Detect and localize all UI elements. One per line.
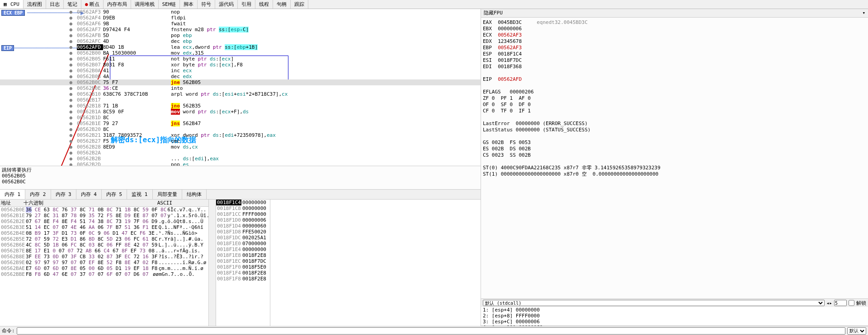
stack-row[interactable]: 0018F1E400000000 <box>216 247 270 252</box>
disasm-row[interactable]: 00562AF6 9Bfwait <box>0 21 481 27</box>
disasm-row[interactable]: 00562B1E 79 27jns 562B47 <box>0 121 481 126</box>
callconv-select[interactable]: 默认 (stdcall) <box>483 300 825 306</box>
hex-scrollbar[interactable] <box>208 200 216 326</box>
stack-row[interactable]: 0018F1CCFFFF0000 <box>216 211 270 217</box>
disasm-row[interactable]: 00562B05 F611not byte ptr ds:[ecx] <box>0 56 481 62</box>
disasm-row[interactable]: 00562B0A 41inc ecx <box>0 68 481 74</box>
tab-cpu[interactable]: ▦CPU <box>0 0 24 9</box>
hex-row[interactable]: 00562B9E02 97 97 97 97 07 07 EF 8E 52 F8… <box>0 260 208 265</box>
tab-callstack[interactable]: 调用堆栈 <box>131 0 159 9</box>
callconv-arg[interactable]: 3: [esp+C] 00000006 <box>483 319 866 325</box>
reg-ebp[interactable]: EBP 00562AF3 <box>483 45 866 51</box>
disasm-row[interactable]: 00562B17 <box>0 97 481 103</box>
stack-row[interactable]: 0018F1D8FFE50020 <box>216 229 270 235</box>
disasm-row[interactable]: 00562AFC 4Ddec ebp <box>0 38 481 44</box>
disasm-row[interactable]: 00562B20 8C <box>0 126 481 132</box>
disasm-row[interactable]: 00562B10 638C76 378C710Barpl word ptr ds… <box>0 91 481 97</box>
disasm-row[interactable]: 00562B07 8031 F8xor byte ptr ds:[ecx],F8 <box>0 62 481 68</box>
stack-row[interactable]: 0018F1E80018F2E8 <box>216 252 270 258</box>
tab-locals[interactable]: 局部变量 <box>153 190 182 199</box>
stack-row[interactable]: 0018F1E007000000 <box>216 241 270 247</box>
disasm-row[interactable]: 00562AFB 5Dpop ebp <box>0 33 481 38</box>
stack-row[interactable]: 0018F1D000000006 <box>216 217 270 223</box>
cmd-mode-select[interactable]: 默认 <box>847 327 866 335</box>
tab-memory-map[interactable]: 内存布局 <box>104 0 131 9</box>
callconv-arg[interactable]: 1: [esp+4] 00000000 <box>483 307 866 313</box>
reg-ebx[interactable]: EBX 00000006 <box>483 26 866 32</box>
tab-mem2[interactable]: 内存 2 <box>25 190 51 199</box>
stack-row[interactable]: 0018F1EC0018F7DC <box>216 258 270 264</box>
disasm-row[interactable]: 00562B27 F5cmc <box>0 138 481 144</box>
tab-mem3[interactable]: 内存 3 <box>51 190 76 199</box>
tab-watch[interactable]: 监视 1 <box>127 190 152 199</box>
reg-edi[interactable]: EDI 0018F368 <box>483 64 866 70</box>
disasm-row[interactable]: 00562B1A 8C59 0Fmov word ptr ds:[ecx+F],… <box>0 109 481 115</box>
tab-struct[interactable]: 结构体 <box>182 190 207 199</box>
stack-row[interactable]: 0018F1F00018F5E0 <box>216 264 270 270</box>
tab-log[interactable]: 日志 <box>46 0 64 9</box>
tab-symbols[interactable]: 符号 <box>198 0 215 9</box>
reg-eax[interactable]: EAX 0045BD3C eqnedt32.0045BD3C <box>483 19 866 26</box>
disasm-row[interactable]: 00562AF7 D97424 F4fnstenv m28 ptr ss:[es… <box>0 27 481 33</box>
tab-mem5[interactable]: 内存 5 <box>102 190 127 199</box>
disasm-row[interactable]: 00562B28 8ED9mov ds,cx <box>0 144 481 150</box>
hex-dump[interactable]: 地址 十六进制 ASCII 00562B0E36 CE 63 8C 76 37 … <box>0 200 208 326</box>
disasm-row[interactable]: 00562B0B 4Adec edx <box>0 74 481 79</box>
callconv-lock-checkbox[interactable] <box>849 300 854 306</box>
tab-handles[interactable]: 句柄 <box>273 0 291 9</box>
disasm-row[interactable]: 00562B0C 75 F7jne 562B05 <box>0 79 481 85</box>
registers-pane[interactable]: 隐藏FPU ▾ EAX 0045BD3C eqnedt32.0045BD3CEB… <box>481 9 868 299</box>
hex-row[interactable]: 00562B5E72 07 59 72 E3 D1 86 8D 8C 5D 23… <box>0 236 208 242</box>
tab-source[interactable]: 源代码 <box>215 0 238 9</box>
tab-seh[interactable]: SEH链 <box>159 0 180 9</box>
stack-row[interactable]: 0018F1DC002025A1 <box>216 235 270 241</box>
disasm-row[interactable]: 00562B21 3187 78093572xor dword ptr ds:[… <box>0 132 481 138</box>
hex-row[interactable]: 00562B0E36 CE 63 8C 76 37 8C 71 0B 8C 71… <box>0 207 208 213</box>
reg-esi[interactable]: ESI 0018F7DC <box>483 57 866 64</box>
disasm-row[interactable]: 00562AF3 90nop <box>0 9 481 15</box>
disasm-row[interactable]: 00562AF4 D9EBfldpi <box>0 15 481 21</box>
stack-row[interactable]: 0018F1C400000000 <box>216 200 270 205</box>
stack-pane[interactable]: 0018F1C4000000000018F1C8000000000018F1CC… <box>216 200 270 326</box>
reg-eip[interactable]: EIP 00562AFD <box>483 76 866 83</box>
disassembly-pane[interactable]: ECX EBP ──────────────▶ EIP ────────────… <box>0 9 481 166</box>
callconv-argcount[interactable] <box>834 300 847 306</box>
stack-row[interactable]: 0018F1C800000000 <box>216 205 270 211</box>
hex-row[interactable]: 00562B1E79 27 8C 31 87 78 09 35 72 F5 8E… <box>0 213 208 219</box>
tab-threads[interactable]: 线程 <box>255 0 273 9</box>
disasm-row[interactable]: 00562AFD 8D4D 1Blea ecx,dword ptr ss:[eb… <box>0 44 481 50</box>
regs-toggle-icon[interactable]: ▾ <box>862 10 865 16</box>
tab-notes[interactable]: 笔记 <box>64 0 81 9</box>
hex-row[interactable]: 00562B3E51 14 EC 07 07 4E 46 AA 06 7F B7… <box>0 224 208 230</box>
tab-trace[interactable]: 跟踪 <box>291 0 308 9</box>
reg-esp[interactable]: ESP 0018F1C4 <box>483 51 866 57</box>
disasm-row[interactable]: 00562B0E 36:CEinto <box>0 85 481 91</box>
reg-ecx[interactable]: ECX 00562AF3 <box>483 32 866 38</box>
tab-mem1[interactable]: 内存 1 <box>0 190 25 199</box>
disasm-row[interactable]: 00562B2D pop es <box>0 162 481 166</box>
hex-row[interactable]: 00562BBEF8 F8 6D 47 6E 07 37 07 07 6F 07… <box>0 271 208 277</box>
hex-row[interactable]: 00562B7E8E 17 E1 0 07 07 72 AB 66 C4 67 … <box>0 248 208 254</box>
cmd-input[interactable] <box>17 327 845 335</box>
disasm-row[interactable]: 00562B00 BA 15030000mov edx,315 <box>0 50 481 56</box>
tab-flowchart[interactable]: 流程图 <box>24 0 46 9</box>
stack-row[interactable]: 0018F1D400000060 <box>216 223 270 229</box>
tab-mem4[interactable]: 内存 4 <box>76 190 102 199</box>
callconv-spin-icon[interactable]: ◂▸ <box>826 300 832 306</box>
callconv-arg[interactable]: 2: [esp+8] FFFF0000 <box>483 313 866 319</box>
hex-row[interactable]: 00562B4E08 B9 17 3F D1 73 0F 0C 9 06 D1 … <box>0 230 208 236</box>
tab-breakpoints[interactable]: ●断点 <box>81 0 104 9</box>
tab-script[interactable]: 脚本 <box>180 0 198 9</box>
disasm-row[interactable]: 00562B18 71 1Bjno 562B35 <box>0 103 481 109</box>
reg-edx[interactable]: EDX 12345678 <box>483 38 866 45</box>
hex-row[interactable]: 00562BAEE7 6D 07 6D 07 8E 05 00 6D 05 D1… <box>0 265 208 271</box>
hex-row[interactable]: 00562B2E07 67 8E F4 8E F4 51 74 38 8C 73… <box>0 219 208 224</box>
tab-references[interactable]: 引用 <box>238 0 255 9</box>
hex-row[interactable]: 00562B8E3F EE 73 0D 07 3F CB 33 02 87 3F… <box>0 254 208 260</box>
disasm-row[interactable]: 00562B1D 8C <box>0 115 481 121</box>
stack-row[interactable]: 0018F1F80018F2E8 <box>216 276 270 282</box>
hex-row[interactable]: 00562B6E4C 8C 5D 1B 06 FC 8C 03 8C 06 FF… <box>0 242 208 248</box>
disasm-row[interactable]: 00562B2B ... ds:[edi],eax <box>0 156 481 162</box>
stack-row[interactable]: 0018F1F40018F2E8 <box>216 270 270 276</box>
disasm-row[interactable]: 00562B2A <box>0 150 481 156</box>
